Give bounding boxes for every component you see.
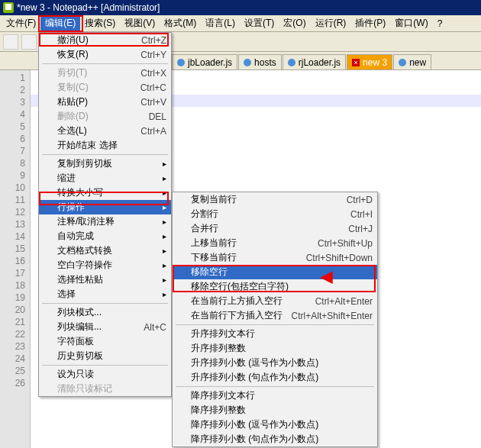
line-number: 1 xyxy=(0,72,25,84)
menu-item[interactable]: 移除空行(包括空白字符) xyxy=(173,279,377,294)
menu-item[interactable]: 恢复(R)Ctrl+Y xyxy=(39,47,171,62)
line-number: 24 xyxy=(0,353,25,365)
menu-item: 清除只读标记 xyxy=(39,382,171,396)
menu-item[interactable]: 文件(F) xyxy=(2,15,40,31)
menu-item[interactable]: 开始/结束 选择 xyxy=(39,138,171,153)
menu-item[interactable]: 升序排列整数 xyxy=(173,341,377,356)
menu-item[interactable]: 窗口(W) xyxy=(390,15,432,31)
menu-item-label: 选择 xyxy=(57,288,166,301)
menu-item-label: 下移当前行 xyxy=(191,251,306,264)
menu-item[interactable]: 升序排列小数 (句点作为小数点) xyxy=(173,370,377,385)
menu-item[interactable]: 复制当前行Ctrl+D xyxy=(173,192,377,207)
tab-icon xyxy=(244,59,251,66)
menu-item[interactable]: 宏(O) xyxy=(279,15,310,31)
menu-separator xyxy=(42,63,168,64)
menu-item[interactable]: 复制到剪切板 xyxy=(39,156,171,171)
menu-item-label: 降序排列小数 (逗号作为小数点) xyxy=(191,418,373,431)
menu-item[interactable]: 视图(V) xyxy=(120,15,160,31)
menu-item-label: 在当前行下方插入空行 xyxy=(191,309,292,322)
line-number: 12 xyxy=(0,206,25,218)
menu-shortcut: Ctrl+I xyxy=(350,209,373,220)
menu-item[interactable]: 运行(R) xyxy=(311,15,351,31)
menu-item[interactable]: 自动完成 xyxy=(39,229,171,243)
menu-shortcut: Ctrl+Alt+Shift+Enter xyxy=(292,311,373,321)
menu-item[interactable]: 分割行Ctrl+I xyxy=(173,207,377,221)
toolbar-button[interactable] xyxy=(21,34,37,50)
menu-item[interactable]: 设为只读 xyxy=(39,367,171,382)
menu-shortcut: Ctrl+Alt+Enter xyxy=(315,296,373,307)
menu-item[interactable]: 列块模式... xyxy=(39,305,171,320)
menu-item-label: 历史剪切板 xyxy=(57,350,166,363)
menu-item-label: 行操作 xyxy=(57,201,166,214)
menu-item[interactable]: 选择性粘贴 xyxy=(39,272,171,287)
menu-item[interactable]: 插件(P) xyxy=(350,15,390,31)
menu-item-label: 列块编辑... xyxy=(57,321,144,334)
menu-item[interactable]: 空白字符操作 xyxy=(39,258,171,272)
line-operations-submenu: 复制当前行Ctrl+D分割行Ctrl+I合并行Ctrl+J上移当前行Ctrl+S… xyxy=(172,192,378,447)
document-tab[interactable]: new xyxy=(393,54,431,69)
line-number: 13 xyxy=(0,218,25,230)
menu-item[interactable]: ? xyxy=(433,17,447,31)
menu-item[interactable]: 语言(L) xyxy=(201,15,240,31)
tab-label: new xyxy=(409,57,426,68)
menu-item[interactable]: 文档格式转换 xyxy=(39,243,171,258)
menu-item-label: 设为只读 xyxy=(57,368,166,381)
menu-item[interactable]: 字符面板 xyxy=(39,334,171,349)
title-bar: *new 3 - Notepad++ [Administrator] xyxy=(0,0,481,15)
menu-item[interactable]: 设置(T) xyxy=(240,15,279,31)
menu-shortcut: Ctrl+Y xyxy=(140,50,166,60)
menu-item-label: 字符面板 xyxy=(57,335,166,348)
menu-item[interactable]: 升序排列文本行 xyxy=(173,327,377,341)
line-number: 5 xyxy=(0,121,25,133)
menu-item: 删除(D)DEL xyxy=(39,109,171,124)
menu-shortcut: Ctrl+C xyxy=(140,82,166,93)
menu-item[interactable]: 全选(L)Ctrl+A xyxy=(39,124,171,138)
menu-item[interactable]: 历史剪切板 xyxy=(39,349,171,363)
menu-item[interactable]: 转换大小写 xyxy=(39,185,171,200)
menu-item[interactable]: 上移当前行Ctrl+Shift+Up xyxy=(173,236,377,250)
menu-item[interactable]: 降序排列小数 (句点作为小数点) xyxy=(173,432,377,446)
tutorial-arrow-icon: ◀ xyxy=(321,267,332,285)
edit-menu-dropdown: 撤消(U)Ctrl+Z恢复(R)Ctrl+Y剪切(T)Ctrl+X复制(C)Ct… xyxy=(38,32,172,397)
menu-item[interactable]: 格式(M) xyxy=(160,15,201,31)
document-tab[interactable]: ×new 3 xyxy=(347,54,392,69)
menu-item[interactable]: 撤消(U)Ctrl+Z xyxy=(39,33,171,47)
menu-item[interactable]: 列块编辑...Alt+C xyxy=(39,320,171,334)
menu-item-label: 注释/取消注释 xyxy=(57,215,166,228)
document-tab[interactable]: hosts xyxy=(238,54,282,69)
menu-item[interactable]: 降序排列文本行 xyxy=(173,388,377,403)
menu-item[interactable]: 合并行Ctrl+J xyxy=(173,221,377,236)
line-number: 17 xyxy=(0,267,25,279)
menu-shortcut: Ctrl+X xyxy=(140,68,166,79)
menu-item[interactable]: 在当前行下方插入空行Ctrl+Alt+Shift+Enter xyxy=(173,308,377,323)
menu-item[interactable]: 注释/取消注释 xyxy=(39,214,171,229)
menu-item-label: 降序排列小数 (句点作为小数点) xyxy=(191,433,373,446)
menu-item[interactable]: 移除空行 xyxy=(173,265,377,279)
menu-item[interactable]: 在当前行上方插入空行Ctrl+Alt+Enter xyxy=(173,294,377,308)
menu-item[interactable]: 选择 xyxy=(39,287,171,301)
line-number: 15 xyxy=(0,243,25,255)
document-tab[interactable]: rjLoader.js xyxy=(282,54,346,69)
line-number: 8 xyxy=(0,157,25,169)
document-tab[interactable]: jbLoader.js xyxy=(172,54,237,69)
menu-item[interactable]: 编辑(E) xyxy=(40,15,80,31)
toolbar-button[interactable] xyxy=(3,34,18,50)
menu-item-label: 分割行 xyxy=(191,208,350,221)
menu-item[interactable]: 升序排列小数 (逗号作为小数点) xyxy=(173,356,377,370)
tab-label: hosts xyxy=(254,57,276,68)
menu-item-label: 复制(C) xyxy=(57,81,140,94)
menu-shortcut: Ctrl+V xyxy=(140,97,166,108)
menu-item-label: 转换大小写 xyxy=(57,186,166,199)
line-number: 22 xyxy=(0,328,25,340)
menu-item[interactable]: 行操作 xyxy=(39,200,171,214)
menu-item[interactable]: 降序排列整数 xyxy=(173,403,377,417)
menu-item[interactable]: 搜索(S) xyxy=(80,15,120,31)
menu-item[interactable]: 粘贴(P)Ctrl+V xyxy=(39,95,171,109)
line-number: 11 xyxy=(0,194,25,206)
menu-item-label: 移除空行(包括空白字符) xyxy=(191,280,373,293)
menu-item[interactable]: 缩进 xyxy=(39,171,171,185)
menu-shortcut: Ctrl+Z xyxy=(141,35,166,46)
menu-item[interactable]: 降序排列小数 (逗号作为小数点) xyxy=(173,417,377,432)
menu-item[interactable]: 下移当前行Ctrl+Shift+Down xyxy=(173,250,377,265)
line-number: 20 xyxy=(0,304,25,316)
